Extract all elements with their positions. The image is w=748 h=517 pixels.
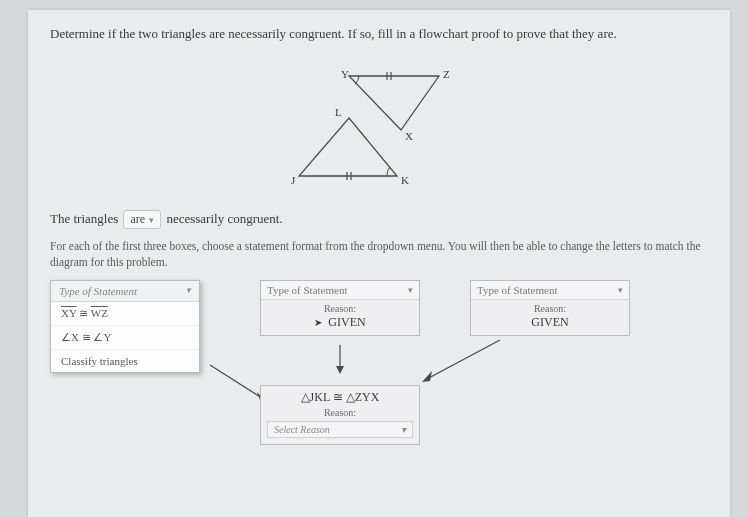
congruence-sentence: The triangles are▾ necessarily congruent… <box>50 210 708 229</box>
chevron-down-icon: ▾ <box>408 285 413 295</box>
statement-type-select[interactable]: Type of Statement ▾ <box>471 281 629 300</box>
label-X: X <box>405 130 413 142</box>
flowchart-area: Type of Statement ▾ XY ≅ WZ ∠X ≅ ∠Y Clas… <box>50 280 708 460</box>
reason-value: GIVEN <box>471 314 629 335</box>
arrow-right <box>410 335 510 390</box>
svg-marker-0 <box>349 76 439 130</box>
svg-line-10 <box>425 340 500 380</box>
proof-box-2: Type of Statement ▾ Reason: ➤ GIVEN <box>260 280 420 336</box>
reason-label: Reason: <box>261 300 419 314</box>
arrow-center <box>330 340 350 380</box>
dropdown-option-segment[interactable]: XY ≅ WZ <box>51 302 199 326</box>
sentence-suffix: necessarily congruent. <box>166 211 282 226</box>
reason-label: Reason: <box>471 300 629 314</box>
statement-type-select[interactable]: Type of Statement ▾ <box>261 281 419 300</box>
dropdown-option-angle[interactable]: ∠X ≅ ∠Y <box>51 326 199 350</box>
select-reason-dropdown[interactable]: Select Reason ▾ <box>267 421 413 438</box>
worksheet-page: Determine if the two triangles are neces… <box>28 10 730 517</box>
dropdown-option-classify[interactable]: Classify triangles <box>51 350 199 372</box>
label-Z: Z <box>443 68 450 80</box>
dropdown-header[interactable]: Type of Statement ▾ <box>51 281 199 302</box>
problem-prompt: Determine if the two triangles are neces… <box>50 26 708 42</box>
reason-value: ➤ GIVEN <box>261 314 419 335</box>
chevron-down-icon: ▾ <box>618 285 623 295</box>
proof-box-3: Type of Statement ▾ Reason: GIVEN <box>470 280 630 336</box>
conclusion-box: △JKL ≅ △ZYX Reason: Select Reason ▾ <box>260 385 420 445</box>
statement-type-dropdown[interactable]: Type of Statement ▾ XY ≅ WZ ∠X ≅ ∠Y Clas… <box>50 280 200 373</box>
chevron-down-icon: ▾ <box>401 424 406 435</box>
label-K: K <box>401 174 409 186</box>
chevron-down-icon: ▾ <box>186 285 191 297</box>
instructions-text: For each of the first three boxes, choos… <box>50 239 708 270</box>
label-Y: Y <box>341 68 349 80</box>
triangle-diagram: Y Z X J K L <box>50 52 708 202</box>
svg-marker-9 <box>336 366 344 374</box>
cursor-icon: ➤ <box>314 317 322 328</box>
label-J: J <box>291 174 296 186</box>
label-L: L <box>335 106 342 118</box>
svg-marker-3 <box>299 118 397 176</box>
are-dropdown[interactable]: are▾ <box>123 210 161 229</box>
svg-marker-11 <box>422 371 432 382</box>
chevron-down-icon: ▾ <box>149 215 154 225</box>
conclusion-reason-label: Reason: <box>261 407 419 418</box>
svg-line-6 <box>210 365 265 400</box>
sentence-prefix: The triangles <box>50 211 118 226</box>
conclusion-statement: △JKL ≅ △ZYX <box>261 386 419 407</box>
